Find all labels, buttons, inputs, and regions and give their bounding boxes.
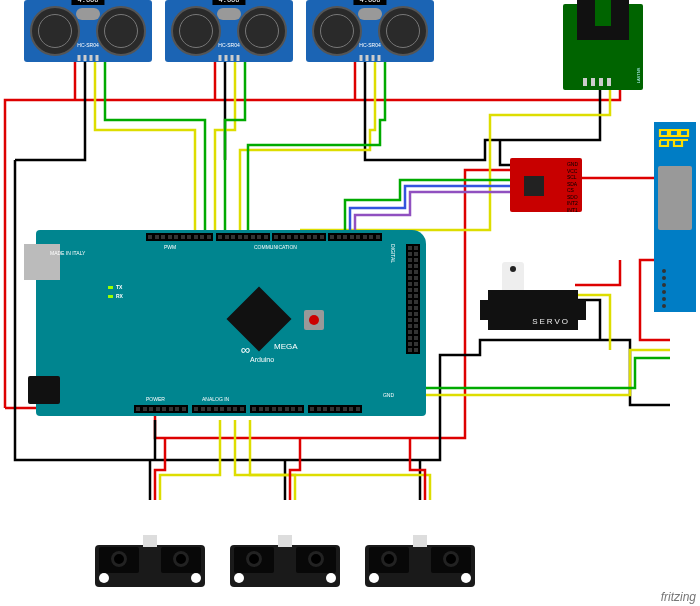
ir-sensor-2: [230, 545, 340, 587]
ultrasonic-readout: 4.000: [212, 0, 245, 5]
status-leds: TX RX: [108, 284, 123, 299]
reset-button[interactable]: [304, 310, 324, 330]
optical-slot-sensor: LASTNR: [563, 4, 643, 90]
arduino-logo-icon: ∞: [241, 342, 250, 357]
antenna-icon: [658, 126, 692, 158]
ultrasonic-sensor-3: 4.000 HC-SR04: [306, 0, 434, 62]
ir-sensor-3: [365, 545, 475, 587]
arduino-mega-board: MADE IN ITALY PWM COMMUNICATION POWER AN…: [36, 230, 426, 416]
power-jack-icon: [28, 376, 60, 404]
accelerometer-module: GND VCC SCL SDA CS SDO INT2 INT1: [510, 158, 582, 212]
ultrasonic-readout: 4.000: [71, 0, 104, 5]
ultrasonic-readout: 4.000: [353, 0, 386, 5]
watermark: fritzing: [661, 590, 696, 604]
bluetooth-module: [654, 122, 696, 312]
servo-motor: SERVO: [488, 262, 584, 332]
ultrasonic-sensor-2: 4.000 HC-SR04: [165, 0, 293, 62]
ir-sensor-1: [95, 545, 205, 587]
ultrasonic-sensor-1: 4.000 HC-SR04: [24, 0, 152, 62]
